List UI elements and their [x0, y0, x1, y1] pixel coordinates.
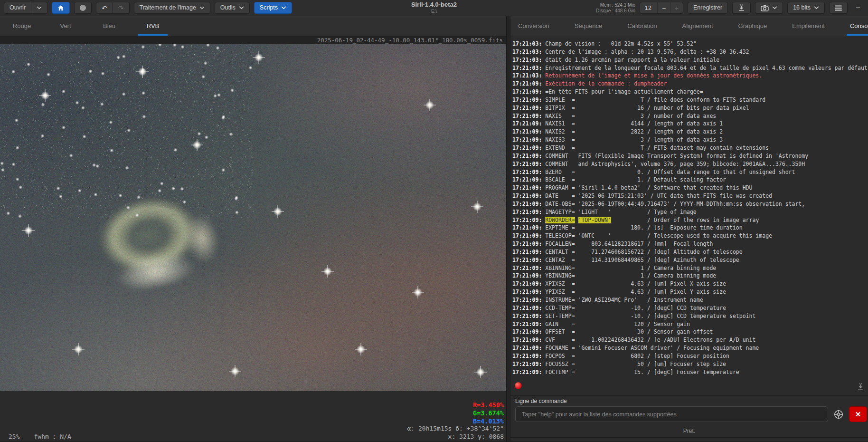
- chevron-down-icon: [37, 6, 42, 10]
- chevron-down-icon: [281, 6, 286, 10]
- fwhm-readout: fwhm : N/A: [34, 433, 71, 440]
- stop-button[interactable]: ✕: [849, 406, 867, 422]
- command-wheel-icon: [833, 409, 844, 420]
- tab-rvb[interactable]: RVB: [131, 16, 175, 36]
- open-dropdown-button[interactable]: [31, 2, 47, 14]
- camera-icon: [761, 5, 769, 11]
- console-line: 17:21:09: NAXIS3 = 3 / length of data ax…: [512, 136, 868, 144]
- chevron-down-icon: [199, 6, 205, 10]
- console-line: 17:21:09: BSCALE = 1. / Default scaling …: [512, 176, 868, 184]
- pixel-coordinates: x: 3213 y: 0868: [407, 433, 504, 441]
- console-line: 17:21:09: COMMENT and Astrophysics', vol…: [512, 160, 868, 168]
- panel-tabs: ConversionSéquenceCalibrationAlignementG…: [510, 16, 868, 36]
- console-line: 17:21:09: EXTEND = T / FITS dataset may …: [512, 144, 868, 152]
- minimize-button[interactable]: −: [852, 3, 864, 12]
- bit-depth-dropdown[interactable]: 16 bits: [787, 2, 825, 14]
- pixel-readout-overlay: R=3.450% G=3.674% B=4.013% α: 20h15m15s …: [407, 401, 504, 441]
- record-button[interactable]: [74, 2, 92, 14]
- tab-vert[interactable]: Vert: [44, 16, 87, 36]
- console-line: 17:21:09: EXPTIME = 180. / [s] Exposure …: [512, 224, 868, 232]
- tab-empilement[interactable]: Empilement: [786, 16, 831, 36]
- hamburger-menu-button[interactable]: [829, 2, 848, 14]
- bottom-divider: [510, 437, 868, 438]
- redo-button[interactable]: ↷: [113, 2, 130, 14]
- console-line: 17:21:09: CVF = 1.00224268436432 / [e-/A…: [512, 336, 868, 344]
- starfield-noise-canvas: [0, 44, 506, 391]
- filename-bar: 2025-06-19_02-44-49_-10.00_143.01°_180.0…: [0, 36, 506, 44]
- home-icon: [57, 5, 64, 11]
- tab-alignement[interactable]: Alignement: [676, 16, 719, 36]
- image-canvas-area[interactable]: [0, 44, 506, 391]
- console-line: 17:21:09: GAIN = 120 / Sensor gain: [512, 320, 868, 328]
- memory-disk-status: Mem : 524.1 Mio Disque : 448.6 Gio: [596, 2, 635, 14]
- console-footer: [510, 378, 868, 395]
- console-line: 17:21:03: Enregistrement de la longueur …: [512, 64, 868, 72]
- console-line: 17:21:09: FOCNAME = 'Gemini Focuser ASCO…: [512, 344, 868, 352]
- save-button[interactable]: Enregistrer: [688, 2, 728, 14]
- tab-console[interactable]: Console: [844, 16, 868, 36]
- tab-label: Vert: [60, 22, 71, 29]
- working-directory: E:\: [411, 9, 457, 14]
- tools-menu-button[interactable]: Outils: [215, 2, 250, 14]
- tab-label: Calibration: [627, 22, 657, 29]
- zoom-level[interactable]: 25%: [9, 433, 19, 440]
- console-line: 17:21:09: CCD-TEMP= -10. / [degC] CCD te…: [512, 304, 868, 312]
- window-title: Siril-1.4.0-beta2: [411, 1, 457, 9]
- console-line: 17:21:09: PROGRAM = 'Siril 1.4.0-beta2' …: [512, 184, 868, 192]
- console-line: 17:21:03: Retournement de l'image et mis…: [512, 72, 868, 80]
- console-line: 17:21:09: XBINNING= 1 / Camera binning m…: [512, 264, 868, 272]
- save-button-label: Enregistrer: [693, 5, 722, 11]
- channel-tabs: RougeVertBleuRVB: [0, 16, 506, 36]
- console-line: 17:21:09: SIMPLE = T / file does conform…: [512, 96, 868, 104]
- tab-label: Alignement: [682, 22, 713, 29]
- open-button-label: Ouvrir: [9, 5, 26, 11]
- export-log-icon[interactable]: [857, 383, 864, 390]
- green-value: G=3.674%: [407, 409, 504, 417]
- download-icon: [738, 4, 745, 11]
- console-line: 17:21:09: YBINNING= 1 / Camera binning m…: [512, 272, 868, 280]
- console-line: 17:21:09: DATE-OBS= '2025-06-19T00:44:49…: [512, 200, 868, 208]
- image-footer: R=3.450% G=3.674% B=4.013% α: 20h15m15s …: [0, 391, 506, 442]
- tab-graphique[interactable]: Graphique: [732, 16, 774, 36]
- loaded-filename: 2025-06-19_02-44-49_-10.00_143.01°_180.0…: [317, 36, 503, 44]
- console-line: 17:21:09: INSTRUME= 'ZWO ASI294MC Pro' /…: [512, 296, 868, 304]
- console-line: 17:21:09: FOCPOS = 6802 / [step] Focuser…: [512, 352, 868, 360]
- memory-label: Mem : 524.1 Mio: [596, 2, 635, 8]
- snapshot-button[interactable]: [755, 2, 783, 14]
- save-as-button[interactable]: [732, 2, 751, 14]
- image-processing-menu-button[interactable]: Traitement de l'image: [134, 2, 210, 14]
- tab-label: Séquence: [575, 22, 603, 29]
- logging-indicator-icon: [515, 382, 522, 389]
- tab-rouge[interactable]: Rouge: [0, 16, 44, 36]
- command-line-label: Ligne de commande: [515, 398, 567, 404]
- tab-label: Rouge: [13, 22, 31, 29]
- scripts-menu-button[interactable]: Scripts: [254, 2, 292, 14]
- frame-number-value: 12: [640, 5, 657, 11]
- tab-bleu[interactable]: Bleu: [87, 16, 131, 36]
- record-circle-icon: [80, 5, 86, 11]
- tab-conversion[interactable]: Conversion: [512, 16, 556, 36]
- panel-divider[interactable]: [506, 16, 510, 442]
- console-line: 17:21:09: =En-tête FITS pour l'image act…: [512, 88, 868, 96]
- red-value: R=3.450%: [407, 401, 504, 409]
- command-input[interactable]: [515, 406, 828, 422]
- open-button[interactable]: Ouvrir: [4, 2, 31, 14]
- console-line: 17:21:09: BZERO = 0. / Offset data range…: [512, 168, 868, 176]
- chevron-down-icon: [814, 6, 819, 10]
- console-line: 17:21:09: CENTAZ = 114.319068449865 / [d…: [512, 256, 868, 264]
- console-log[interactable]: 17:21:03: Champ de vision : 01d 22m 4.52…: [510, 36, 868, 378]
- tab-séquence[interactable]: Séquence: [568, 16, 609, 36]
- command-wheel-button[interactable]: [830, 406, 847, 422]
- frame-decrement-button[interactable]: −: [657, 2, 670, 13]
- home-button[interactable]: [52, 2, 70, 14]
- command-row: ✕: [515, 406, 867, 422]
- window-title-block: Siril-1.4.0-beta2 E:\: [411, 1, 457, 14]
- tab-label: Console: [850, 22, 868, 29]
- console-line: 17:21:03: Centre de l'image : alpha : 20…: [512, 48, 868, 56]
- undo-button[interactable]: ↶: [96, 2, 113, 14]
- image-processing-label: Traitement de l'image: [140, 5, 196, 11]
- frame-increment-button[interactable]: +: [670, 2, 683, 13]
- celestial-coordinates: α: 20h15m15s δ: +38°34'52": [407, 425, 504, 433]
- tab-calibration[interactable]: Calibration: [621, 16, 663, 36]
- console-line: 17:21:09: CENTALT = 71.2746068156722 / […: [512, 248, 868, 256]
